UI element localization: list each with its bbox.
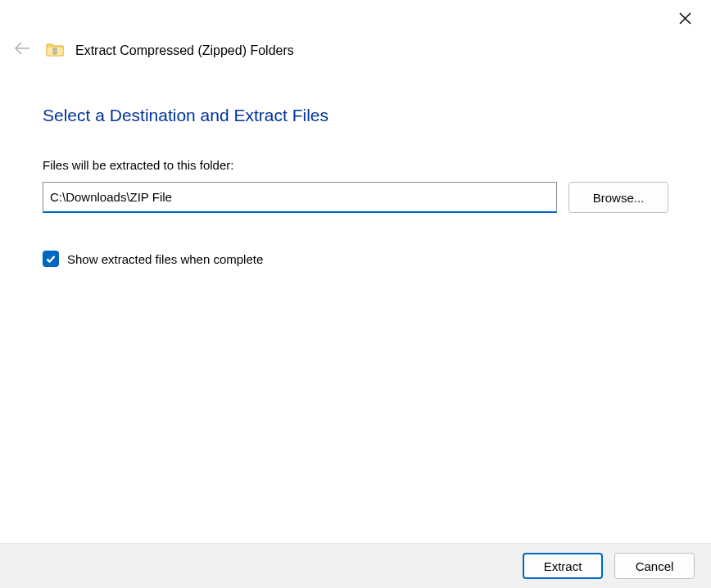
cancel-button[interactable]: Cancel — [614, 553, 695, 579]
extract-button[interactable]: Extract — [523, 553, 603, 579]
path-label: Files will be extracted to this folder: — [43, 158, 668, 172]
show-files-checkbox[interactable] — [43, 251, 59, 267]
back-arrow — [10, 41, 34, 60]
wizard-title: Extract Compressed (Zipped) Folders — [75, 43, 294, 58]
page-heading: Select a Destination and Extract Files — [43, 106, 668, 125]
checkmark-icon — [45, 253, 57, 265]
close-icon — [679, 12, 691, 25]
folder-zip-icon — [46, 42, 64, 60]
path-row: Browse... — [43, 182, 668, 213]
wizard-footer: Extract Cancel — [0, 543, 711, 588]
close-button[interactable] — [673, 7, 698, 31]
browse-button[interactable]: Browse... — [568, 182, 668, 213]
wizard-content: Select a Destination and Extract Files F… — [0, 60, 711, 267]
destination-path-input[interactable] — [43, 182, 557, 213]
wizard-header: Extract Compressed (Zipped) Folders — [0, 0, 711, 60]
show-files-checkbox-row: Show extracted files when complete — [43, 251, 668, 267]
svg-rect-3 — [53, 48, 57, 54]
show-files-checkbox-label: Show extracted files when complete — [67, 252, 263, 266]
